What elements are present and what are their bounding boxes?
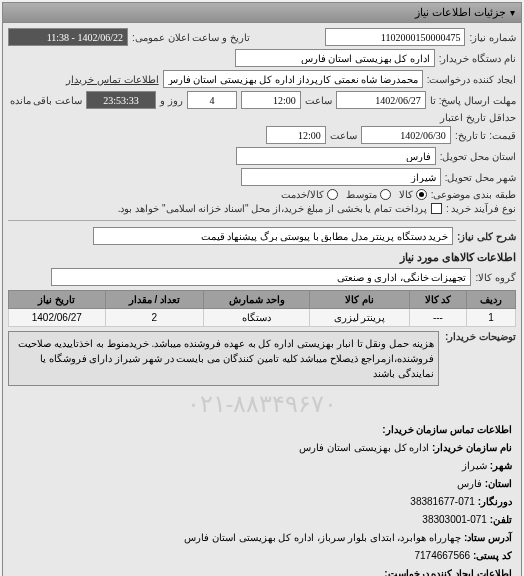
notes-label: توضیحات خریدار: <box>445 331 516 342</box>
th-name: نام کالا <box>310 291 409 309</box>
purchase-type-row: نوع فرآیند خرید : پرداخت تمام یا بخشی از… <box>8 203 516 214</box>
response-date-input[interactable] <box>336 91 426 109</box>
validity-date-input[interactable] <box>361 126 451 144</box>
creator-label: ایجاد کننده درخواست: <box>427 74 516 85</box>
th-qty: تعداد / مقدار <box>105 291 204 309</box>
phone-value: 071-38303001 <box>422 514 487 525</box>
buyer-name-value: اداره کل بهزیستی استان فارس <box>299 442 429 453</box>
purchase-type-label: نوع فرآیند خرید : <box>446 203 516 214</box>
days-input[interactable] <box>187 91 237 109</box>
price-label: قیمت: تا تاریخ: <box>455 130 516 141</box>
cell-date: 1402/06/27 <box>9 309 106 327</box>
creator-info-label: اطلاعات ایجاد کننده درخواست: <box>384 568 512 576</box>
panel-title: جزئیات اطلاعات نیاز <box>415 6 506 19</box>
validity-label: حداقل تاریخ اعتبار <box>440 112 516 123</box>
collapse-icon[interactable]: ▾ <box>510 7 515 18</box>
cell-qty: 2 <box>105 309 204 327</box>
contact-title: اطلاعات تماس سازمان خریدار: <box>382 424 512 435</box>
address-label: آدرس ستاد: <box>464 532 512 543</box>
category-radio-group: کالا متوسط کالا/خدمت <box>281 189 427 200</box>
delivery-city-row: شهر محل تحویل: <box>8 168 516 186</box>
province-label: استان: <box>485 478 512 489</box>
delivery-province-row: استان محل تحویل: <box>8 147 516 165</box>
buyer-contact-link[interactable]: اطلاعات تماس خریدار <box>66 74 159 85</box>
request-number-label: شماره نیاز: <box>469 32 516 43</box>
notes-text: هزینه حمل ونقل تا انبار بهزیستی اداره کل… <box>8 331 439 386</box>
phone-label: تلفن: <box>490 514 512 525</box>
group-input[interactable] <box>51 268 471 286</box>
postal-label: کد پستی: <box>473 550 512 561</box>
remaining-label: ساعت باقی مانده <box>10 95 83 106</box>
details-panel: ▾ جزئیات اطلاعات نیاز شماره نیاز: تاریخ … <box>2 2 522 576</box>
address-value: چهارراه هوابرد، ابتدای بلوار سرباز، ادار… <box>184 532 461 543</box>
radio-medium[interactable]: متوسط <box>346 189 391 200</box>
response-deadline-row: مهلت ارسال پاسخ: تا ساعت روز و ساعت باقی… <box>8 91 516 109</box>
city-value: شیراز <box>462 460 487 471</box>
remaining-time-input[interactable] <box>86 91 156 109</box>
city-label: شهر: <box>490 460 512 471</box>
radio-goods[interactable]: کالا <box>399 189 427 200</box>
buyer-name-label: نام سازمان خریدار: <box>432 442 512 453</box>
cell-code: --- <box>409 309 466 327</box>
table-header-row: ردیف کد کالا نام کالا واحد شمارش تعداد /… <box>9 291 516 309</box>
th-date: تاریخ نیاز <box>9 291 106 309</box>
creator-row: ایجاد کننده درخواست: اطلاعات تماس خریدار <box>8 70 516 88</box>
group-row: گروه کالا: <box>8 268 516 286</box>
announce-date-input[interactable] <box>8 28 128 46</box>
group-label: گروه کالا: <box>475 272 516 283</box>
cell-unit: دستگاه <box>204 309 310 327</box>
summary-input[interactable] <box>93 227 453 245</box>
delivery-province-input[interactable] <box>236 147 436 165</box>
price-date-row: قیمت: تا تاریخ: ساعت <box>8 126 516 144</box>
fax-value: 071-38381677 <box>410 496 475 507</box>
cell-name: پرینتر لیزری <box>310 309 409 327</box>
time-label-1: ساعت <box>305 95 332 106</box>
delivery-city-input[interactable] <box>241 168 441 186</box>
delivery-city-label: شهر محل تحویل: <box>445 172 516 183</box>
items-table: ردیف کد کالا نام کالا واحد شمارش تعداد /… <box>8 290 516 327</box>
postal-value: 7174667566 <box>414 550 470 561</box>
delivery-province-label: استان محل تحویل: <box>440 151 516 162</box>
validity-time-input[interactable] <box>266 126 326 144</box>
contact-section: اطلاعات تماس سازمان خریدار: نام سازمان خ… <box>8 418 516 576</box>
cell-row: 1 <box>466 309 515 327</box>
province-value: فارس <box>457 478 482 489</box>
summary-row: شرح کلی نیاز: <box>8 227 516 245</box>
radio-medium-circle <box>380 189 391 200</box>
response-time-input[interactable] <box>241 91 301 109</box>
validity-row: حداقل تاریخ اعتبار <box>8 112 516 123</box>
device-name-row: نام دستگاه خریدار: <box>8 49 516 67</box>
request-number-row: شماره نیاز: تاریخ و ساعت اعلان عمومی: <box>8 28 516 46</box>
th-row: ردیف <box>466 291 515 309</box>
watermark-phone: ۰۲۱-۸۸۳۴۹۶۷۰ <box>8 390 516 418</box>
radio-service-circle <box>327 189 338 200</box>
table-row[interactable]: 1 --- پرینتر لیزری دستگاه 2 1402/06/27 <box>9 309 516 327</box>
response-label: مهلت ارسال پاسخ: تا <box>430 95 516 106</box>
category-row: طبقه بندی موضوعی: کالا متوسط کالا/خدمت <box>8 189 516 200</box>
category-label: طبقه بندی موضوعی: <box>431 189 516 200</box>
th-code: کد کالا <box>409 291 466 309</box>
days-label: روز و <box>160 95 183 106</box>
th-unit: واحد شمارش <box>204 291 310 309</box>
notes-row: توضیحات خریدار: هزینه حمل ونقل تا انبار … <box>8 331 516 386</box>
radio-service[interactable]: کالا/خدمت <box>281 189 338 200</box>
panel-header: ▾ جزئیات اطلاعات نیاز <box>3 3 521 23</box>
creator-input[interactable] <box>163 70 423 88</box>
treasury-text: پرداخت تمام یا بخشی از مبلغ خرید،از محل … <box>118 203 427 214</box>
radio-goods-circle <box>416 189 427 200</box>
treasury-checkbox[interactable] <box>431 203 442 214</box>
items-section-title: اطلاعات کالاهای مورد نیاز <box>8 251 516 264</box>
request-number-input[interactable] <box>325 28 465 46</box>
announce-label: تاریخ و ساعت اعلان عمومی: <box>132 32 250 43</box>
device-name-input[interactable] <box>235 49 435 67</box>
device-name-label: نام دستگاه خریدار: <box>439 53 516 64</box>
time-label-2: ساعت <box>330 130 357 141</box>
summary-label: شرح کلی نیاز: <box>457 231 516 242</box>
fax-label: دورنگار: <box>478 496 512 507</box>
